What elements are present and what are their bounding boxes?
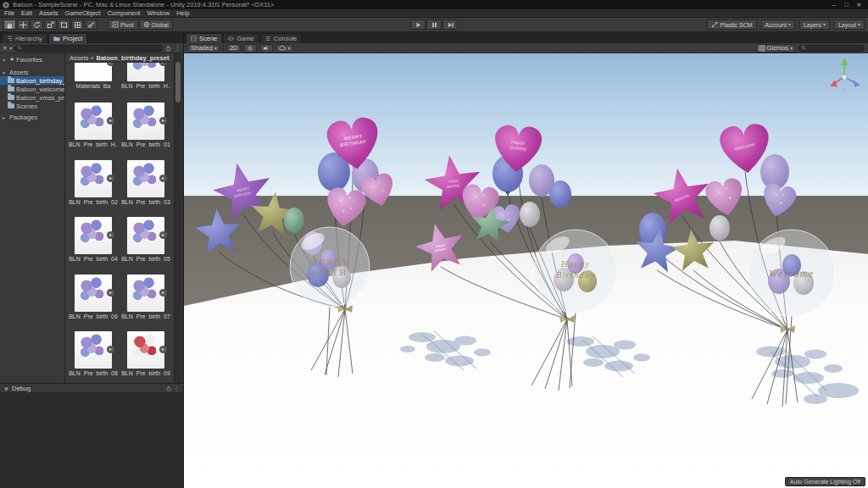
tab-hierarchy[interactable]: Hierarchy (2, 33, 47, 43)
main-toolbar: Pivot Global Plastic SCM Account ▾ Layer… (0, 18, 868, 32)
layout-dropdown[interactable]: Layout ▾ (834, 19, 865, 30)
pause-button[interactable] (426, 19, 442, 30)
asset-item[interactable]: ▸BLN_Pre_birth_H... (69, 103, 118, 147)
prefab-expand-icon[interactable]: ▸ (107, 117, 114, 125)
grid-scrollbar[interactable] (174, 53, 181, 383)
scene-audio-toggle[interactable] (259, 44, 273, 53)
account-dropdown[interactable]: Account ▾ (761, 19, 795, 30)
layers-dropdown[interactable]: Layers ▾ (799, 19, 830, 30)
asset-item[interactable]: ▸BLN_Pre_birth_08 (69, 331, 118, 376)
asset-label: BLN_Pre_birth_01 (121, 141, 170, 147)
panel-menu-icon[interactable]: ⋮ (174, 385, 181, 392)
project-search-input[interactable] (14, 45, 163, 52)
scene-effects-dropdown[interactable]: ▾ (275, 44, 293, 53)
scene-search-input[interactable] (798, 45, 865, 52)
prefab-expand-icon[interactable]: ▸ (107, 231, 114, 239)
tree-folder-baloon-xmas[interactable]: Baloon_xmas_pre (0, 93, 64, 102)
tree-assets-root[interactable]: ▾ Assets (0, 68, 64, 76)
asset-item[interactable]: ▸BLN_Pre_birth_04 (69, 217, 118, 262)
step-button[interactable] (442, 19, 458, 30)
shading-mode-dropdown[interactable]: Shaded ▾ (187, 44, 220, 53)
asset-thumbnail: ▸ (127, 63, 164, 81)
project-toolbar: + ▾ ⋮ (0, 43, 183, 53)
prefab-expand-icon[interactable]: ▸ (107, 289, 114, 297)
folder-icon (53, 36, 60, 42)
create-asset-button[interactable]: + (3, 45, 7, 52)
panel-menu-icon[interactable]: ⋮ (174, 44, 181, 52)
asset-thumbnail: ▸ (127, 160, 164, 197)
scene-viewport[interactable]: MERRY BIRTHDAY MERRY BIRTHDAY (184, 53, 868, 488)
asset-item[interactable]: ▸BLN_Pre_birth_H... (121, 63, 170, 89)
prefab-expand-icon[interactable]: ▸ (159, 117, 167, 125)
asset-item[interactable]: ▸BLN_Pre_birth_09 (121, 331, 170, 376)
tab-project[interactable]: Project (48, 33, 87, 43)
star-icon: ★ (9, 56, 14, 63)
plastic-scm-label: Plastic SCM (720, 22, 752, 28)
tab-console[interactable]: Console (260, 33, 303, 43)
move-tool-button[interactable] (17, 19, 30, 30)
rect-tool-button[interactable] (58, 19, 70, 30)
effects-icon (279, 45, 286, 52)
prefab-expand-icon[interactable]: ▸ (159, 175, 167, 182)
chevron-right-icon[interactable]: ▸ (3, 114, 8, 120)
menu-gameobject[interactable]: GameObject (65, 9, 101, 17)
breadcrumb: Assets ▸ Baloon_birthday_preset (66, 53, 174, 63)
tree-packages[interactable]: ▸ Packages (0, 113, 64, 121)
scale-tool-button[interactable] (44, 19, 57, 30)
debug-bar[interactable]: Debug ⋮ (0, 383, 183, 393)
lock-icon[interactable] (165, 45, 171, 52)
menu-help[interactable]: Help (176, 9, 189, 17)
prefab-expand-icon[interactable]: ▸ (107, 63, 114, 66)
minimize-icon[interactable]: – (827, 0, 840, 9)
lock-icon[interactable] (166, 385, 171, 391)
asset-label: BLN_Pre_birth_09 (121, 370, 170, 376)
tree-favorites[interactable]: ▾ ★ Favorites (0, 55, 64, 64)
menu-edit[interactable]: Edit (21, 9, 32, 17)
asset-item[interactable]: ▸BLN_Pre_birth_05 (121, 217, 170, 262)
menu-component[interactable]: Component (108, 9, 141, 17)
gizmos-dropdown[interactable]: Gizmos ▾ (755, 44, 796, 53)
menu-window[interactable]: Window (147, 9, 170, 17)
tab-scene[interactable]: Scene (186, 33, 222, 43)
asset-thumbnail: ▸ (75, 217, 112, 254)
prefab-expand-icon[interactable]: ▸ (159, 63, 167, 66)
breadcrumb-current[interactable]: Baloon_birthday_preset (97, 54, 170, 62)
menu-file[interactable]: File (4, 9, 14, 17)
asset-item[interactable]: ▸BLN_Pre_birth_01 (121, 103, 170, 147)
auto-generate-lighting-status[interactable]: Auto Generate Lighting Off (785, 477, 865, 486)
transform-tool-button[interactable] (71, 19, 84, 30)
asset-item[interactable]: ▸BLN_Pre_birth_07 (121, 274, 170, 319)
maximize-icon[interactable]: □ (840, 0, 853, 9)
prefab-expand-icon[interactable]: ▸ (159, 289, 167, 297)
chevron-down-icon[interactable]: ▾ (9, 46, 12, 51)
plastic-scm-button[interactable]: Plastic SCM (707, 19, 756, 30)
asset-item[interactable]: ▸Materials_Ba (69, 63, 118, 89)
prefab-expand-icon[interactable]: ▸ (159, 346, 167, 353)
menu-assets[interactable]: Assets (39, 9, 58, 17)
scene-lighting-toggle[interactable] (243, 44, 257, 53)
asset-item[interactable]: ▸BLN_Pre_birth_03 (121, 160, 170, 205)
chevron-down-icon[interactable]: ▾ (3, 69, 8, 75)
tab-game[interactable]: Game (223, 33, 259, 43)
asset-item[interactable]: ▸BLN_Pre_birth_02 (69, 160, 118, 205)
step-icon (447, 21, 454, 29)
prefab-expand-icon[interactable]: ▸ (107, 346, 114, 353)
tree-folder-baloon-birthday[interactable]: Baloon_birthday_ (0, 76, 64, 85)
prefab-expand-icon[interactable]: ▸ (107, 175, 114, 182)
pivot-toggle-button[interactable]: Pivot (108, 19, 138, 30)
rotate-tool-button[interactable] (31, 19, 43, 30)
2d-toggle-button[interactable]: 2D (226, 44, 242, 53)
tree-folder-baloon-welcome[interactable]: Baloon_welcome (0, 85, 64, 93)
close-icon[interactable]: ✕ (853, 0, 865, 9)
scrollbar-thumb[interactable] (175, 62, 181, 103)
chevron-down-icon[interactable]: ▾ (3, 57, 8, 63)
hand-tool-button[interactable] (3, 19, 16, 30)
tree-folder-scenes[interactable]: Scenes (0, 102, 64, 110)
custom-tool-button[interactable] (85, 19, 97, 30)
play-button[interactable] (410, 19, 426, 30)
breadcrumb-root[interactable]: Assets (70, 54, 89, 62)
asset-item[interactable]: ▸BLN_Pre_birth_06 (69, 274, 118, 319)
global-toggle-button[interactable]: Global (139, 19, 173, 30)
play-icon (415, 21, 422, 29)
prefab-expand-icon[interactable]: ▸ (159, 231, 167, 239)
